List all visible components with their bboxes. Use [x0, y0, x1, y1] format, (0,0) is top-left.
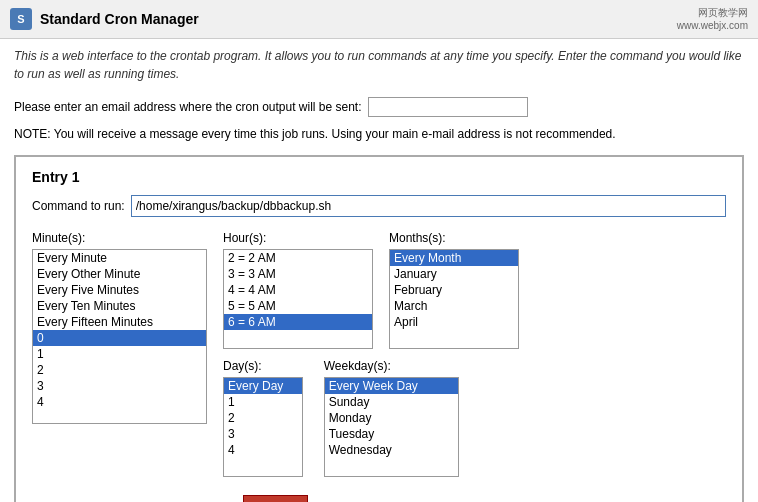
description-text: This is a web interface to the crontab p… [0, 39, 758, 91]
list-item[interactable]: 4 [224, 442, 302, 458]
list-item[interactable]: 6 = 6 AM [224, 314, 372, 330]
months-label: Months(s): [389, 231, 519, 245]
watermark: 网页教学网 www.webjx.com [677, 6, 748, 32]
list-item[interactable]: 2 = 2 AM [224, 250, 372, 266]
email-input[interactable] [368, 97, 528, 117]
list-item[interactable]: 4 = 4 AM [224, 282, 372, 298]
list-item[interactable]: 1 [224, 394, 302, 410]
months-list[interactable]: Every MonthJanuaryFebruaryMarchApril [389, 249, 519, 349]
list-item[interactable]: Monday [325, 410, 458, 426]
command-row: Command to run: [32, 195, 726, 217]
right-top: Hour(s): 2 = 2 AM3 = 3 AM4 = 4 AM5 = 5 A… [223, 231, 519, 349]
list-item[interactable]: Every Other Minute [33, 266, 206, 282]
list-item[interactable]: Every Month [390, 250, 518, 266]
list-item[interactable]: Wednesday [325, 442, 458, 458]
list-item[interactable]: April [390, 314, 518, 330]
list-item[interactable]: 4 [33, 394, 206, 410]
list-item[interactable]: Tuesday [325, 426, 458, 442]
minutes-list[interactable]: Every MinuteEvery Other MinuteEvery Five… [32, 249, 207, 424]
days-list[interactable]: Every Day1234 [223, 377, 303, 477]
list-item[interactable]: 2 [224, 410, 302, 426]
list-item[interactable]: 5 = 5 AM [224, 298, 372, 314]
command-input[interactable] [131, 195, 726, 217]
command-label: Command to run: [32, 199, 125, 213]
list-item[interactable]: 3 [224, 426, 302, 442]
header-icon: S [10, 8, 32, 30]
list-item[interactable]: January [390, 266, 518, 282]
selects-area: Minute(s): Every MinuteEvery Other Minut… [32, 231, 726, 502]
list-item[interactable]: Every Day [224, 378, 302, 394]
weekdays-label: Weekday(s): [324, 359, 459, 373]
list-item[interactable]: 3 [33, 378, 206, 394]
list-item[interactable]: Every Week Day [325, 378, 458, 394]
right-groups: Hour(s): 2 = 2 AM3 = 3 AM4 = 4 AM5 = 5 A… [223, 231, 519, 502]
hours-group: Hour(s): 2 = 2 AM3 = 3 AM4 = 4 AM5 = 5 A… [223, 231, 373, 349]
hours-list[interactable]: 2 = 2 AM3 = 3 AM4 = 4 AM5 = 5 AM6 = 6 AM [223, 249, 373, 349]
page-header: S Standard Cron Manager 网页教学网 www.webjx.… [0, 0, 758, 39]
email-row: Please enter an email address where the … [0, 91, 758, 123]
hours-label: Hour(s): [223, 231, 373, 245]
delete-button[interactable]: Delete [243, 495, 308, 502]
entry-box: Entry 1 Command to run: Minute(s): Every… [14, 155, 744, 502]
list-item[interactable]: Every Ten Minutes [33, 298, 206, 314]
list-item[interactable]: 2 [33, 362, 206, 378]
right-bottom: Day(s): Every Day1234 Delete Weekday(s):… [223, 359, 519, 502]
days-label: Day(s): [223, 359, 303, 373]
list-item[interactable]: February [390, 282, 518, 298]
list-item[interactable]: Every Fifteen Minutes [33, 314, 206, 330]
entry-title: Entry 1 [32, 169, 726, 185]
months-group: Months(s): Every MonthJanuaryFebruaryMar… [389, 231, 519, 349]
list-item[interactable]: Every Five Minutes [33, 282, 206, 298]
days-group: Day(s): Every Day1234 [223, 359, 303, 477]
weekdays-list[interactable]: Every Week DaySundayMondayTuesdayWednesd… [324, 377, 459, 477]
list-item[interactable]: Sunday [325, 394, 458, 410]
minutes-group: Minute(s): Every MinuteEvery Other Minut… [32, 231, 207, 424]
list-item[interactable]: 0 [33, 330, 206, 346]
list-item[interactable]: 3 = 3 AM [224, 266, 372, 282]
list-item[interactable]: March [390, 298, 518, 314]
list-item[interactable]: 1 [33, 346, 206, 362]
page-title: Standard Cron Manager [40, 11, 199, 27]
minutes-label: Minute(s): [32, 231, 207, 245]
weekdays-group: Weekday(s): Every Week DaySundayMondayTu… [324, 359, 459, 502]
note-content: NOTE: You will receive a message every t… [14, 127, 616, 141]
email-label: Please enter an email address where the … [14, 100, 362, 114]
list-item[interactable]: Every Minute [33, 250, 206, 266]
note-text: Standard Cron Manager NOTE: You will rec… [0, 123, 758, 149]
